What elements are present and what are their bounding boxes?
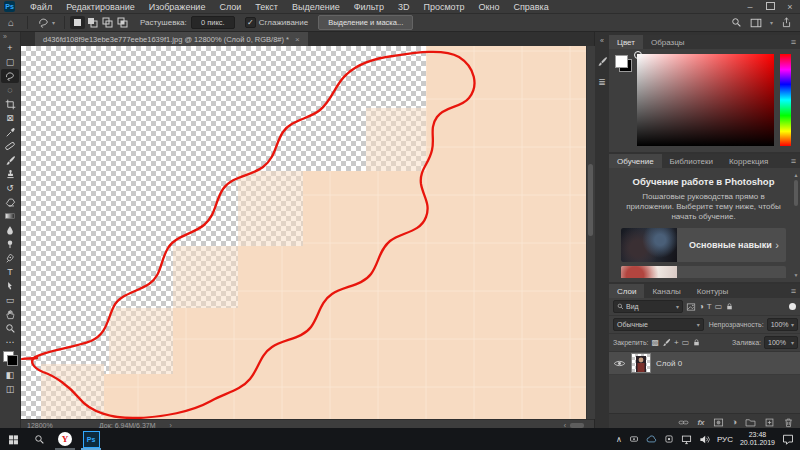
add-layer-mask-icon[interactable] <box>713 417 724 428</box>
hand-tool[interactable] <box>1 307 19 321</box>
vertical-scrollbar-thumb[interactable] <box>588 164 593 236</box>
filter-type-layers-icon[interactable]: T <box>707 302 712 311</box>
new-selection-button[interactable] <box>70 16 85 29</box>
tab-swatches[interactable]: Образцы <box>643 35 693 49</box>
select-and-mask-button[interactable]: Выделение и маска... <box>318 15 413 30</box>
antialias-checkbox[interactable]: ✓ <box>245 17 256 28</box>
lock-transparency-icon[interactable]: ▩ <box>651 338 659 347</box>
blend-mode-select[interactable]: Обычные ▾ <box>613 318 704 331</box>
layer-thumbnail[interactable] <box>631 353 651 373</box>
tab-paths[interactable]: Контуры <box>689 284 736 298</box>
panel-menu-icon[interactable]: ≡ <box>791 37 800 47</box>
tray-device-icon[interactable] <box>629 434 639 444</box>
pen-tool[interactable] <box>1 251 19 265</box>
lasso-tool[interactable] <box>1 69 19 83</box>
tray-expand-icon[interactable]: ∧ <box>616 435 622 444</box>
opacity-input[interactable]: 100% ▾ <box>767 318 798 331</box>
menu-select[interactable]: Выделение <box>285 2 347 12</box>
menu-image[interactable]: Изображение <box>142 2 213 12</box>
quick-mask-button[interactable]: ◧ <box>1 368 19 382</box>
tab-learn[interactable]: Обучение <box>609 154 662 168</box>
layer-row-selected[interactable]: Слой 0 <box>609 352 800 375</box>
foreground-background-swatches[interactable] <box>3 351 18 366</box>
healing-brush-tool[interactable] <box>1 139 19 153</box>
taskbar-yandex-browser[interactable]: Y <box>52 428 78 450</box>
shape-tool[interactable]: ▭ <box>1 293 19 307</box>
tab-layers[interactable]: Слои <box>609 284 644 298</box>
eyedropper-tool[interactable] <box>1 125 19 139</box>
menu-filter[interactable]: Фильтр <box>347 2 391 12</box>
start-button[interactable] <box>0 428 26 450</box>
marquee-tool[interactable]: ▢ <box>1 55 19 69</box>
zoom-tool[interactable] <box>1 321 19 335</box>
filter-smart-objects-icon[interactable] <box>725 302 734 311</box>
menu-help[interactable]: Справка <box>506 2 555 12</box>
taskbar-clock[interactable]: 23:48 20.01.2019 <box>740 431 775 447</box>
menu-type[interactable]: Текст <box>248 2 285 12</box>
add-to-selection-button[interactable] <box>85 16 100 29</box>
learn-card-basic-skills[interactable]: Основные навыки › <box>621 228 786 262</box>
history-brush-tool[interactable]: ↺ <box>1 181 19 195</box>
document-tab[interactable]: d436fd108f9e13ebe3e777eebe1639f1.jpg @ 1… <box>35 32 308 46</box>
edit-toolbar-button[interactable]: ⋯ <box>1 335 19 349</box>
layer-visibility-eye-icon[interactable] <box>613 357 626 370</box>
clone-stamp-tool[interactable] <box>1 167 19 181</box>
quick-selection-tool[interactable]: ◌ <box>1 83 19 97</box>
layer-filter-dropdown[interactable]: Вид ▾ <box>613 300 683 313</box>
fill-input[interactable]: 100% ▾ <box>764 336 798 349</box>
learn-scrollbar[interactable]: ▲ ▼ <box>793 172 799 278</box>
menu-3d[interactable]: 3D <box>391 2 417 12</box>
menu-layers[interactable]: Слои <box>212 2 248 12</box>
frame-tool[interactable]: ⊠ <box>1 111 19 125</box>
panel-menu-icon[interactable]: ≡ <box>791 156 800 166</box>
panel-menu-icon[interactable]: ≡ <box>791 286 800 296</box>
taskbar-search-button[interactable] <box>26 428 52 450</box>
minimize-button[interactable]: – <box>740 2 760 12</box>
current-tool-preset[interactable]: ▾ <box>33 16 59 29</box>
adjustment-layer-icon[interactable]: ◑ <box>732 417 737 427</box>
canvas[interactable] <box>21 46 586 419</box>
tray-volume-icon[interactable] <box>699 434 710 445</box>
color-picker-marker[interactable] <box>634 51 642 59</box>
type-tool[interactable]: T <box>1 265 19 279</box>
share-icon[interactable] <box>781 17 792 28</box>
lock-all-icon[interactable] <box>692 338 701 347</box>
tab-adjustments[interactable]: Коррекция <box>721 154 776 168</box>
horizontal-scrollbar-thumb[interactable] <box>570 423 584 428</box>
lock-artboard-icon[interactable]: ▭ <box>682 338 690 347</box>
keyboard-language[interactable]: РУС <box>717 435 733 444</box>
scroll-down-icon[interactable]: ▼ <box>794 272 799 278</box>
close-button[interactable]: × <box>780 2 800 12</box>
dodge-tool[interactable] <box>1 237 19 251</box>
eraser-tool[interactable] <box>1 195 19 209</box>
learn-card-partial[interactable] <box>621 266 786 278</box>
search-icon[interactable] <box>731 17 742 28</box>
close-tab-icon[interactable]: × <box>295 35 300 44</box>
saturation-brightness-field[interactable] <box>637 54 774 146</box>
dock-collapse-icon[interactable]: « <box>600 34 604 46</box>
crop-tool[interactable] <box>1 97 19 111</box>
path-selection-tool[interactable] <box>1 279 19 293</box>
tray-settings-icon[interactable] <box>664 434 674 444</box>
tab-libraries[interactable]: Библиотеки <box>662 154 721 168</box>
blur-tool[interactable] <box>1 223 19 237</box>
color-swatch-pair[interactable] <box>615 55 632 72</box>
dock-history-icon[interactable]: ≣ <box>598 77 606 87</box>
intersect-selection-button[interactable] <box>115 16 130 29</box>
vertical-scrollbar[interactable] <box>586 46 595 419</box>
delete-layer-icon[interactable] <box>783 417 794 428</box>
taskbar-photoshop[interactable]: Ps <box>78 428 104 450</box>
menu-view[interactable]: Просмотр <box>416 2 471 12</box>
link-layers-icon[interactable] <box>678 417 689 428</box>
filter-toggle[interactable] <box>789 303 796 310</box>
menu-edit[interactable]: Редактирование <box>59 2 142 12</box>
toolbar-collapse-icon[interactable]: » <box>0 32 7 41</box>
brush-tool[interactable] <box>1 153 19 167</box>
tab-color[interactable]: Цвет <box>609 35 643 49</box>
tab-channels[interactable]: Каналы <box>644 284 688 298</box>
home-icon[interactable]: ⌂ <box>0 17 22 28</box>
move-tool[interactable]: + <box>1 41 19 55</box>
hue-slider[interactable] <box>780 54 791 146</box>
menu-window[interactable]: Окно <box>472 2 507 12</box>
feather-input[interactable]: 0 пикс. <box>191 16 235 29</box>
